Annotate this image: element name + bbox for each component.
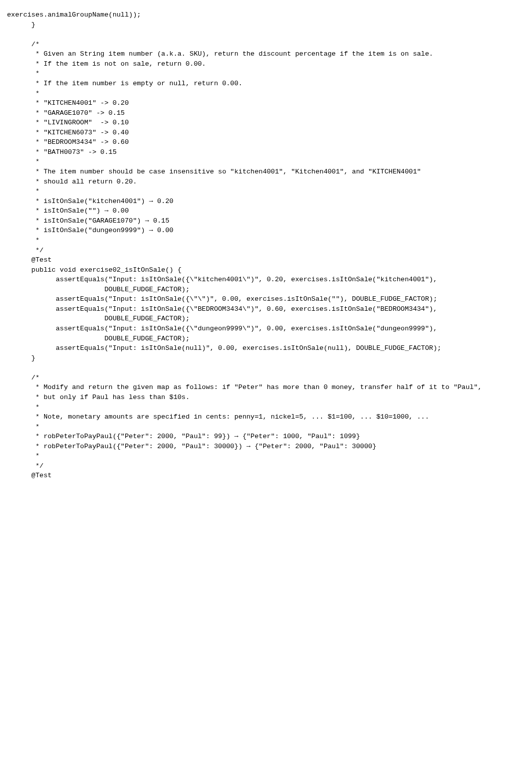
code-block: exercises.animalGroupName(null)); } /* *…: [0, 0, 532, 491]
